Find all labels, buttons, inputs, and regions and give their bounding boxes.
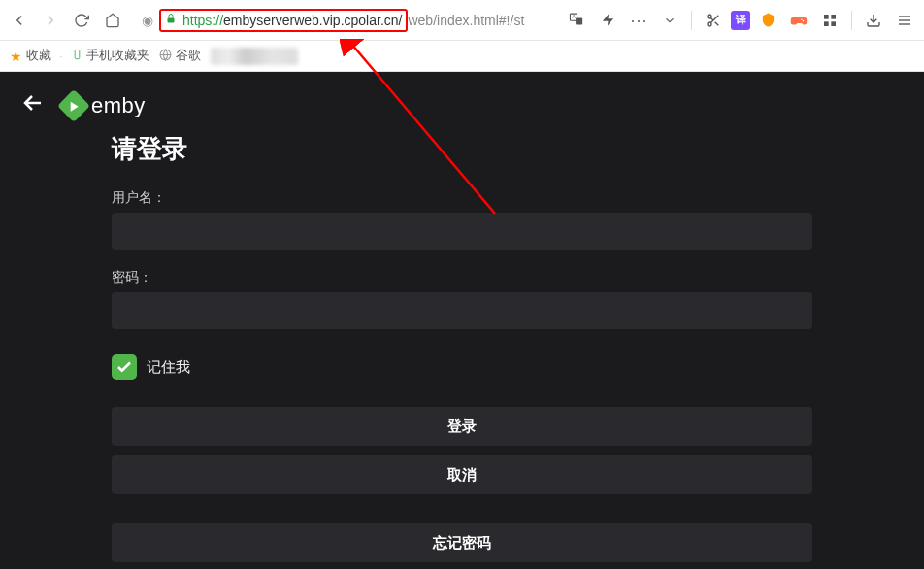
url-path: web/index.html#!/st bbox=[408, 13, 524, 28]
svg-rect-13 bbox=[831, 21, 836, 26]
remember-checkbox[interactable] bbox=[112, 354, 137, 380]
emby-logo-text: emby bbox=[91, 93, 146, 118]
gamepad-icon[interactable] bbox=[785, 7, 812, 34]
emby-logo[interactable]: emby bbox=[62, 93, 146, 118]
scissors-icon[interactable] bbox=[700, 7, 727, 34]
bookmark-label: 谷歌 bbox=[176, 48, 201, 64]
bookmark-blurred bbox=[211, 48, 298, 65]
divider: · bbox=[59, 50, 62, 63]
svg-rect-0 bbox=[168, 18, 175, 23]
emby-logo-icon bbox=[57, 89, 90, 122]
shield-icon[interactable] bbox=[754, 7, 781, 34]
home-button[interactable] bbox=[99, 7, 126, 34]
site-info-icon[interactable]: ◉ bbox=[142, 13, 153, 28]
svg-rect-18 bbox=[76, 50, 81, 58]
app-back-button[interactable] bbox=[21, 91, 45, 120]
password-label: 密码： bbox=[112, 269, 812, 286]
svg-rect-2 bbox=[576, 17, 582, 24]
bookmark-label: 手机收藏夹 bbox=[86, 48, 149, 64]
svg-text:A: A bbox=[572, 15, 576, 19]
login-button[interactable]: 登录 bbox=[112, 407, 812, 446]
globe-icon bbox=[159, 49, 172, 64]
url-protocol: https:// bbox=[182, 13, 223, 28]
svg-point-5 bbox=[708, 15, 711, 18]
translate-ext-icon[interactable]: 译 bbox=[731, 11, 750, 30]
emby-app: emby 请登录 用户名： 密码： 记住我 登录 取消 忘记密码 bbox=[0, 72, 924, 569]
apps-icon[interactable] bbox=[816, 7, 843, 34]
browser-nav-bar: ◉ https://embyserverweb.vip.cpolar.cn/ w… bbox=[0, 0, 924, 41]
url-domain: embyserverweb.vip.cpolar.cn/ bbox=[223, 13, 402, 28]
username-input[interactable] bbox=[112, 213, 812, 250]
username-label: 用户名： bbox=[112, 189, 812, 207]
lock-icon bbox=[165, 13, 177, 27]
svg-marker-4 bbox=[602, 14, 612, 26]
svg-line-9 bbox=[710, 17, 713, 20]
phone-icon bbox=[72, 48, 82, 64]
svg-line-8 bbox=[715, 21, 719, 25]
bookmark-google[interactable]: 谷歌 bbox=[159, 48, 201, 64]
menu-icon[interactable] bbox=[891, 7, 918, 34]
bookmark-favorites[interactable]: ★ 收藏 · bbox=[10, 48, 62, 64]
chevron-down-icon[interactable] bbox=[656, 7, 683, 34]
star-icon: ★ bbox=[10, 49, 22, 64]
svg-rect-11 bbox=[831, 15, 836, 19]
download-icon[interactable] bbox=[860, 7, 887, 34]
login-form: 请登录 用户名： 密码： 记住我 登录 取消 忘记密码 bbox=[0, 128, 924, 569]
forgot-password-button[interactable]: 忘记密码 bbox=[112, 523, 812, 562]
address-bar[interactable]: ◉ https://embyserverweb.vip.cpolar.cn/ w… bbox=[134, 6, 555, 35]
bookmarks-bar: ★ 收藏 · 手机收藏夹 谷歌 bbox=[0, 41, 924, 72]
back-button[interactable] bbox=[6, 7, 33, 34]
translate-icon[interactable]: A bbox=[563, 7, 590, 34]
svg-rect-10 bbox=[824, 15, 829, 19]
password-input[interactable] bbox=[112, 292, 812, 329]
svg-point-6 bbox=[708, 22, 711, 26]
svg-rect-12 bbox=[824, 21, 829, 26]
remember-label: 记住我 bbox=[147, 358, 190, 377]
app-header: emby bbox=[0, 72, 924, 128]
remember-row: 记住我 bbox=[112, 354, 812, 380]
divider bbox=[691, 11, 692, 30]
cancel-button[interactable]: 取消 bbox=[112, 455, 812, 494]
flash-icon[interactable] bbox=[594, 7, 621, 34]
forward-button[interactable] bbox=[37, 7, 64, 34]
bookmark-mobile[interactable]: 手机收藏夹 bbox=[72, 48, 149, 64]
url-highlight: https://embyserverweb.vip.cpolar.cn/ bbox=[159, 9, 408, 32]
more-icon[interactable]: ⋯ bbox=[625, 7, 652, 34]
reload-button[interactable] bbox=[68, 7, 95, 34]
divider bbox=[851, 11, 852, 30]
login-title: 请登录 bbox=[112, 132, 812, 166]
bookmark-label: 收藏 bbox=[26, 48, 51, 64]
